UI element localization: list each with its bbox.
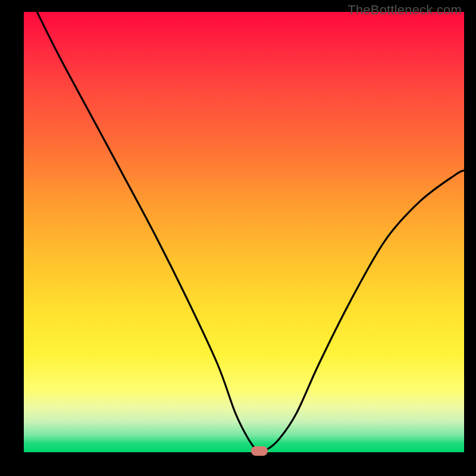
minimum-marker (251, 446, 268, 456)
bottleneck-curve (24, 12, 464, 452)
watermark-text: TheBottleneck.com (347, 2, 462, 18)
chart-frame: TheBottleneck.com (0, 0, 476, 476)
plot-area (24, 12, 464, 452)
